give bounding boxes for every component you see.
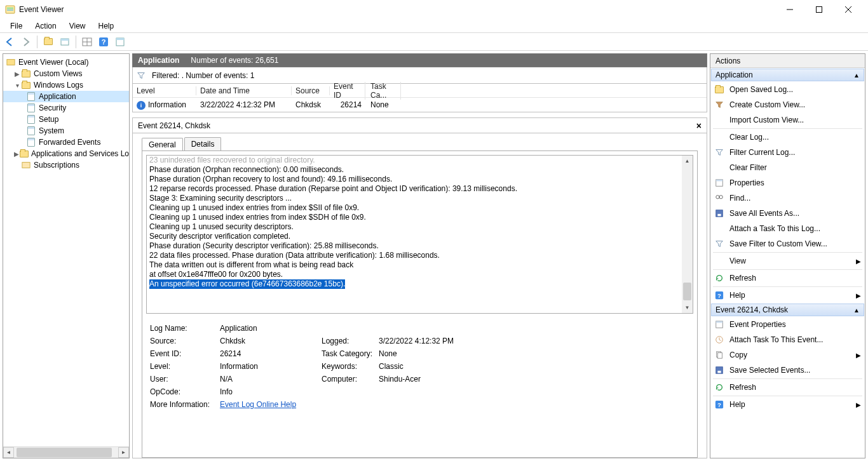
tree-apps-services[interactable]: ▶Applications and Services Lo bbox=[3, 148, 129, 159]
copy-icon bbox=[714, 350, 724, 360]
action-help[interactable]: ?Help▶ bbox=[710, 288, 865, 303]
tree-application[interactable]: Application bbox=[3, 91, 129, 102]
close-button[interactable] bbox=[834, 0, 863, 19]
svg-text:?: ? bbox=[717, 292, 721, 299]
help-icon: ? bbox=[714, 399, 724, 410]
window-title: Event Viewer bbox=[19, 5, 775, 14]
actions-section-event[interactable]: Event 26214, Chkdsk▲ bbox=[711, 304, 864, 316]
log-text[interactable]: 23 unindexed files recovered to original… bbox=[146, 155, 693, 314]
actions-pane: Actions Application▲ Open Saved Log... C… bbox=[710, 53, 865, 458]
toolbar-icon-3[interactable] bbox=[80, 35, 94, 49]
tree-h-scrollbar[interactable]: ◄► bbox=[3, 446, 129, 458]
chevron-right-icon: ▶ bbox=[856, 258, 861, 265]
action-properties[interactable]: Properties bbox=[710, 175, 865, 190]
svg-point-15 bbox=[716, 196, 719, 199]
col-source[interactable]: Source bbox=[292, 86, 330, 95]
content-header-count: Number of events: 26,651 bbox=[186, 56, 278, 65]
forward-button[interactable] bbox=[19, 35, 33, 49]
col-datetime[interactable]: Date and Time bbox=[196, 86, 292, 95]
svg-rect-5 bbox=[61, 39, 69, 41]
col-eventid[interactable]: Event ID bbox=[330, 82, 365, 100]
chevron-right-icon: ▶ bbox=[856, 401, 861, 408]
svg-rect-27 bbox=[717, 371, 721, 373]
tree-security[interactable]: Security bbox=[3, 102, 129, 114]
menu-action[interactable]: Action bbox=[29, 20, 62, 32]
action-filter-current-log[interactable]: Filter Current Log... bbox=[710, 145, 865, 160]
tree-setup[interactable]: Setup bbox=[3, 114, 129, 125]
svg-rect-25 bbox=[717, 353, 722, 359]
action-refresh[interactable]: Refresh bbox=[710, 271, 865, 286]
tree-forwarded[interactable]: Forwarded Events bbox=[3, 137, 129, 148]
content-header: Application Number of events: 26,651 bbox=[132, 53, 707, 67]
col-level[interactable]: Level bbox=[133, 86, 196, 95]
menu-bar: File Action View Help bbox=[0, 19, 868, 33]
help-icon[interactable]: ? bbox=[97, 35, 111, 49]
funnel-icon bbox=[133, 71, 149, 80]
detail-panel: Event 26214, Chkdsk × General Details 23… bbox=[132, 117, 707, 458]
save-icon bbox=[714, 365, 724, 375]
info-icon: i bbox=[137, 101, 146, 110]
toolbar-icon-4[interactable] bbox=[113, 35, 127, 49]
back-button[interactable] bbox=[3, 35, 17, 49]
svg-rect-22 bbox=[716, 321, 723, 323]
filter-text: Filtered: . Number of events: 1 bbox=[149, 71, 254, 80]
svg-text:?: ? bbox=[102, 38, 106, 46]
refresh-icon bbox=[714, 382, 724, 392]
toolbar-icon-1[interactable] bbox=[41, 35, 55, 49]
action-view[interactable]: View▶ bbox=[710, 253, 865, 269]
tree-system[interactable]: System bbox=[3, 125, 129, 137]
action-import-custom-view[interactable]: Import Custom View... bbox=[710, 112, 865, 128]
action-save-all-events[interactable]: Save All Events As... bbox=[710, 206, 865, 221]
action-save-filter[interactable]: Save Filter to Custom View... bbox=[710, 236, 865, 251]
svg-rect-12 bbox=[22, 163, 30, 168]
svg-rect-18 bbox=[717, 214, 721, 217]
actions-section-application[interactable]: Application▲ bbox=[711, 69, 864, 81]
action-attach-task[interactable]: Attach a Task To this Log... bbox=[710, 221, 865, 236]
toolbar-icon-2[interactable] bbox=[58, 35, 72, 49]
minimize-button[interactable] bbox=[775, 0, 804, 19]
action-clear-log[interactable]: Clear Log... bbox=[710, 130, 865, 145]
find-icon bbox=[714, 193, 724, 203]
tree-custom-views[interactable]: ▶Custom Views bbox=[3, 68, 129, 79]
menu-file[interactable]: File bbox=[4, 20, 29, 32]
tab-general[interactable]: General bbox=[142, 138, 183, 151]
col-taskcat[interactable]: Task Ca... bbox=[365, 82, 401, 100]
svg-rect-14 bbox=[716, 180, 723, 182]
actions-title: Actions bbox=[710, 54, 865, 68]
save-icon bbox=[714, 208, 724, 218]
log-v-scrollbar[interactable]: ▲▼ bbox=[682, 156, 693, 313]
action-event-properties[interactable]: Event Properties bbox=[710, 317, 865, 332]
svg-rect-10 bbox=[116, 38, 124, 40]
maximize-button[interactable] bbox=[804, 0, 834, 19]
svg-rect-3 bbox=[817, 7, 822, 13]
more-info-link[interactable]: Event Log Online Help bbox=[220, 400, 322, 409]
action-attach-task-event[interactable]: Attach Task To This Event... bbox=[710, 332, 865, 347]
content-header-name: Application bbox=[133, 56, 186, 65]
tree-root[interactable]: Event Viewer (Local) bbox=[3, 57, 129, 68]
tree-subscriptions[interactable]: Subscriptions bbox=[3, 159, 129, 171]
action-open-saved-log[interactable]: Open Saved Log... bbox=[710, 82, 865, 97]
chevron-up-icon: ▲ bbox=[853, 72, 860, 79]
tab-details[interactable]: Details bbox=[184, 137, 222, 150]
action-help-2[interactable]: ?Help▶ bbox=[710, 397, 865, 412]
grid-header[interactable]: Level Date and Time Source Event ID Task… bbox=[133, 84, 707, 98]
tree-windows-logs[interactable]: ▾Windows Logs bbox=[3, 79, 129, 91]
event-properties: Log Name:Application Source:ChkdskLogged… bbox=[146, 324, 693, 409]
action-find[interactable]: Find... bbox=[710, 190, 865, 206]
chevron-up-icon: ▲ bbox=[853, 307, 860, 314]
svg-rect-1 bbox=[7, 8, 13, 9]
action-save-selected[interactable]: Save Selected Events... bbox=[710, 363, 865, 378]
action-copy[interactable]: Copy▶ bbox=[710, 347, 865, 363]
chevron-right-icon: ▶ bbox=[856, 352, 861, 359]
action-refresh-2[interactable]: Refresh bbox=[710, 380, 865, 395]
close-icon[interactable]: × bbox=[696, 121, 702, 131]
action-clear-filter[interactable]: Clear Filter bbox=[710, 160, 865, 175]
detail-title-bar: Event 26214, Chkdsk × bbox=[133, 118, 707, 133]
menu-view[interactable]: View bbox=[63, 20, 92, 32]
menu-help[interactable]: Help bbox=[92, 20, 121, 32]
action-create-custom-view[interactable]: Create Custom View... bbox=[710, 97, 865, 112]
svg-rect-11 bbox=[7, 60, 15, 65]
navigation-tree: Event Viewer (Local) ▶Custom Views ▾Wind… bbox=[3, 53, 130, 458]
grid-row[interactable]: iInformation 3/22/2022 4:12:32 PM Chkdsk… bbox=[133, 98, 707, 112]
event-grid: Level Date and Time Source Event ID Task… bbox=[132, 84, 707, 112]
